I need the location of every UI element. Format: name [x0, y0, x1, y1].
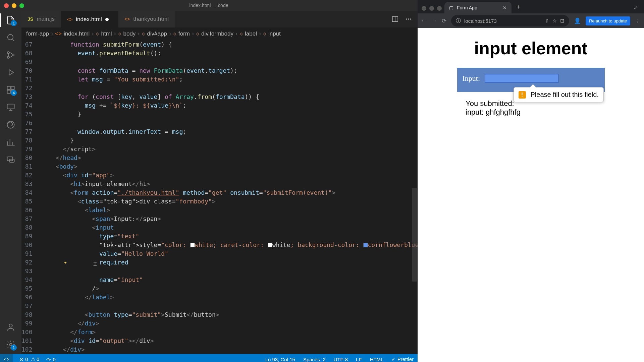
- tab-mainjs[interactable]: JS main.js: [21, 11, 61, 27]
- tab-thankyouhtml[interactable]: <> thankyou.html: [118, 11, 175, 27]
- forward-icon[interactable]: →: [431, 17, 437, 24]
- breadcrumb-segment[interactable]: body: [123, 31, 136, 37]
- site-icon: ▢: [449, 5, 453, 10]
- page-heading: input element: [436, 38, 626, 58]
- remote-explorer-icon[interactable]: [4, 101, 17, 114]
- status-cursor[interactable]: Ln 93, Col 15: [265, 357, 295, 362]
- mac-traffic-lights: [4, 3, 24, 8]
- close-window-icon[interactable]: [422, 6, 426, 11]
- minimize-window-icon[interactable]: [429, 6, 434, 11]
- dirty-icon: [105, 18, 109, 21]
- extensions-icon[interactable]: 4: [4, 83, 17, 97]
- input-label: Input:: [463, 74, 480, 83]
- output-line: input: ghfghgfhfg: [466, 108, 626, 117]
- tab-label: thankyou.html: [133, 16, 169, 22]
- more-icon[interactable]: [405, 15, 412, 23]
- back-icon[interactable]: ←: [421, 17, 427, 24]
- new-tab-icon[interactable]: ＋: [512, 3, 526, 11]
- svg-rect-6: [7, 90, 10, 93]
- browser-tab-strip: ▢ Form App ✕ ＋ ⤢: [418, 0, 644, 13]
- browser-toolbar: ← → ⟳ ⓘ localhost:5173 ⇧ ☆ ⊡ 👤 Relaunch …: [418, 13, 644, 28]
- svg-point-15: [406, 18, 407, 20]
- menu-icon[interactable]: ⋮: [635, 17, 641, 24]
- warning-icon: !: [519, 91, 526, 99]
- maximize-window-icon[interactable]: [19, 3, 24, 8]
- breadcrumb-segment[interactable]: index.html: [64, 31, 90, 37]
- tab-label: index.html: [76, 16, 102, 23]
- browser-viewport: input element Input: ! Please fill out t…: [418, 28, 644, 362]
- tab-label: main.js: [37, 16, 55, 22]
- expand-icon[interactable]: ⤢: [634, 4, 641, 13]
- status-spaces[interactable]: Spaces: 2: [303, 357, 326, 362]
- html-file-icon: <>: [124, 16, 130, 22]
- chat-icon[interactable]: [4, 153, 17, 166]
- breadcrumb-segment[interactable]: form-app: [26, 31, 49, 37]
- svg-rect-10: [7, 157, 13, 161]
- editor-pane: JS main.js <> index.html <> thankyou.htm…: [21, 11, 418, 354]
- breadcrumb-segment[interactable]: div.formbody: [201, 31, 233, 37]
- site-info-icon[interactable]: ⓘ: [456, 18, 461, 24]
- share-icon[interactable]: ⇧: [545, 18, 549, 24]
- status-lang[interactable]: HTML: [370, 357, 384, 362]
- browser-tab[interactable]: ▢ Form App ✕: [444, 2, 512, 13]
- code-body[interactable]: function submitForm(event) { event.preve…: [41, 40, 418, 354]
- svg-rect-8: [7, 104, 14, 109]
- scrollbar-thumb[interactable]: [412, 188, 417, 282]
- tab-indexhtml[interactable]: <> index.html: [61, 11, 118, 27]
- profile-icon[interactable]: 👤: [574, 17, 581, 24]
- svg-rect-4: [7, 86, 10, 89]
- svg-point-16: [408, 18, 409, 20]
- split-editor-icon[interactable]: [391, 15, 399, 23]
- install-icon[interactable]: ⊡: [560, 18, 565, 24]
- html-file-icon: <>: [67, 17, 72, 22]
- graph-icon[interactable]: [4, 135, 17, 149]
- browser-window: ▢ Form App ✕ ＋ ⤢ ← → ⟳ ⓘ localhost:5173 …: [418, 0, 644, 362]
- url-text: localhost:5173: [464, 18, 497, 24]
- close-window-icon[interactable]: [4, 3, 9, 8]
- search-icon[interactable]: [4, 31, 17, 44]
- relaunch-button[interactable]: Relaunch to update: [586, 16, 630, 25]
- source-control-icon[interactable]: [4, 48, 17, 62]
- text-input[interactable]: [485, 74, 558, 83]
- mac-traffic-lights: [420, 6, 444, 13]
- svg-point-2: [7, 56, 9, 58]
- svg-rect-5: [11, 86, 14, 89]
- form-container: Input: ! Please fill out this field.: [457, 68, 605, 92]
- status-ports[interactable]: 0: [46, 357, 56, 362]
- explorer-badge: 1: [11, 20, 17, 26]
- close-tab-icon[interactable]: ✕: [503, 5, 507, 10]
- status-eol[interactable]: LF: [356, 357, 362, 362]
- explorer-icon[interactable]: 1: [4, 13, 17, 27]
- breadcrumb-segment[interactable]: label: [245, 31, 257, 37]
- firefox-icon[interactable]: [4, 118, 17, 131]
- status-errors[interactable]: ⊘ 0 ⚠ 0: [19, 356, 39, 362]
- remote-icon[interactable]: [0, 354, 13, 362]
- tooltip-text: Please fill out this field.: [531, 91, 599, 99]
- svg-point-0: [8, 35, 13, 40]
- status-formatter[interactable]: ✓ Prettier: [391, 356, 414, 362]
- line-gutter: 6768697071727374757677787980818283848586…: [21, 40, 41, 354]
- bookmark-icon[interactable]: ☆: [552, 18, 557, 24]
- window-title: index.html — code: [0, 0, 418, 11]
- minimize-window-icon[interactable]: [12, 3, 16, 8]
- breadcrumb[interactable]: form-app›<> index.html›⟐ html›⟐ body›⟐ d…: [21, 27, 418, 40]
- settings-icon[interactable]: 1: [4, 338, 17, 351]
- breadcrumb-segment[interactable]: input: [268, 31, 281, 37]
- breadcrumb-segment[interactable]: div#app: [147, 31, 167, 37]
- browser-tab-label: Form App: [457, 5, 477, 10]
- settings-badge: 1: [11, 345, 17, 351]
- maximize-window-icon[interactable]: [437, 6, 442, 11]
- debug-icon[interactable]: [4, 66, 17, 79]
- breadcrumb-segment[interactable]: form: [178, 31, 190, 37]
- account-icon[interactable]: [4, 320, 17, 334]
- reload-icon[interactable]: ⟳: [442, 17, 446, 24]
- scrollbar[interactable]: [412, 40, 417, 354]
- svg-point-12: [9, 324, 12, 327]
- activity-bar: 1 4: [0, 11, 21, 354]
- code-editor[interactable]: 6768697071727374757677787980818283848586…: [21, 40, 418, 354]
- address-bar[interactable]: ⓘ localhost:5173 ⇧ ☆ ⊡: [451, 15, 569, 26]
- breadcrumb-segment[interactable]: html: [101, 31, 112, 37]
- svg-point-1: [7, 52, 9, 54]
- status-bar: ⊘ 0 ⚠ 0 0 Ln 93, Col 15 Spaces: 2 UTF-8 …: [0, 354, 418, 362]
- status-encoding[interactable]: UTF-8: [334, 357, 348, 362]
